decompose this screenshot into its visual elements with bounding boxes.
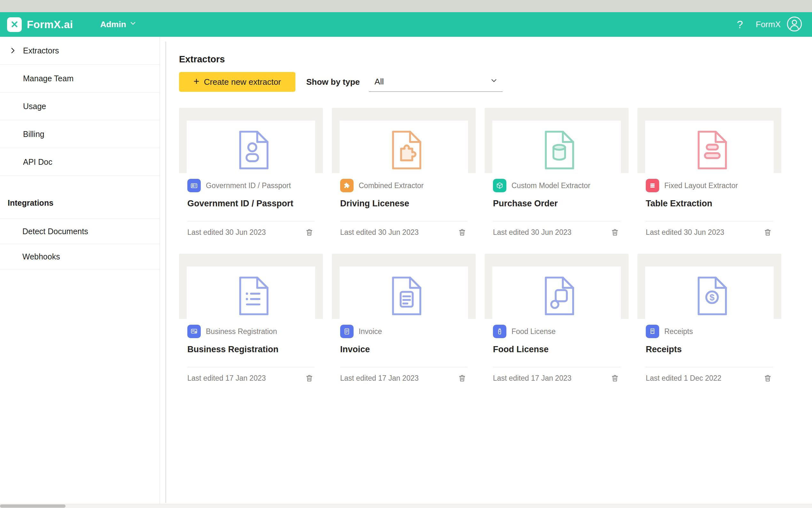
extractor-card-body: Government ID / Passport Government ID /… (179, 173, 323, 244)
help-button[interactable]: ? (737, 18, 743, 31)
puzzle-badge-icon (340, 179, 353, 192)
sidebar-item-label: Billing (23, 130, 44, 139)
extractor-thumbnail (485, 254, 628, 319)
sidebar-item-webhooks[interactable]: Webhooks (0, 244, 159, 269)
sidebar-item-label: Manage Team (23, 74, 74, 83)
extractor-type-label: Receipts (664, 327, 693, 336)
delete-extractor-button[interactable] (457, 373, 467, 384)
sidebar-item-billing[interactable]: Billing (0, 120, 159, 148)
database-document-icon (534, 128, 579, 172)
extractor-card-body: Custom Model Extractor Purchase Order La… (485, 173, 628, 244)
extractor-type-label: Business Registration (206, 327, 277, 336)
brand-name: FormX.ai (27, 18, 73, 31)
delete-extractor-button[interactable] (304, 227, 315, 238)
extractor-card-body: Fixed Layout Extractor Table Extraction … (637, 173, 781, 244)
trash-icon (763, 228, 772, 237)
page-title: Extractors (179, 54, 225, 65)
delete-extractor-button[interactable] (457, 227, 467, 238)
extractor-thumbnail (179, 254, 323, 319)
svg-text:$: $ (710, 292, 715, 302)
delete-extractor-button[interactable] (609, 373, 620, 384)
delete-extractor-button[interactable] (609, 227, 620, 238)
id-card-document-icon (229, 128, 273, 172)
extractor-card-body: Business Registration Business Registrat… (179, 319, 323, 389)
formx-logo-icon[interactable]: ✕ (7, 17, 22, 32)
last-edited-label: Last edited 30 Jun 2023 (646, 228, 724, 237)
extractor-title: Receipts (646, 344, 773, 354)
rows-badge-icon (646, 179, 659, 192)
extractor-card-body: Receipts Receipts Last edited 1 Dec 2022 (637, 319, 781, 389)
sidebar-item-label: Extractors (23, 46, 59, 55)
extractor-card-invoice[interactable]: Invoice Invoice Last edited 17 Jan 2023 (332, 254, 476, 389)
chevron-down-icon (490, 77, 498, 87)
chevron-down-icon (129, 19, 137, 30)
table-document-icon (687, 128, 732, 172)
sidebar-item-manage-team[interactable]: Manage Team (0, 65, 159, 92)
admin-menu[interactable]: Admin (100, 19, 137, 30)
sidebar-item-label: Usage (23, 102, 46, 111)
delete-extractor-button[interactable] (762, 227, 773, 238)
sidebar-item-extractors[interactable]: Extractors (0, 37, 159, 65)
extractor-card-food-license[interactable]: Food License Food License Last edited 17… (485, 254, 628, 389)
sidebar-item-usage[interactable]: Usage (0, 92, 159, 120)
toolbar: + Create new extractor Show by type All (179, 72, 503, 92)
receipt-document-icon: $ (687, 273, 732, 318)
horizontal-scrollbar-track[interactable] (0, 504, 812, 508)
extractor-grid: Government ID / Passport Government ID /… (179, 108, 781, 389)
horizontal-scrollbar-thumb[interactable] (0, 505, 65, 508)
admin-menu-label: Admin (100, 19, 126, 30)
receipt-badge-icon (646, 325, 659, 338)
extractor-thumbnail (332, 108, 476, 173)
puzzle-document-icon (381, 128, 426, 172)
extractor-thumbnail (485, 108, 628, 173)
chevron-right-icon (8, 46, 17, 55)
extractor-card-government-id[interactable]: Government ID / Passport Government ID /… (179, 108, 323, 244)
invoice-document-icon (381, 273, 426, 318)
extractor-type-label: Combined Extractor (359, 181, 424, 190)
trash-icon (611, 374, 619, 383)
sidebar-item-api-doc[interactable]: API Doc (0, 148, 159, 176)
last-edited-label: Last edited 17 Jan 2023 (493, 374, 572, 383)
extractor-card-driving-license[interactable]: Combined Extractor Driving Licenese Last… (332, 108, 476, 244)
extractor-type-label: Invoice (359, 327, 382, 336)
delete-extractor-button[interactable] (304, 373, 315, 384)
extractor-title: Invoice (340, 344, 467, 354)
extractor-title: Driving Licenese (340, 199, 467, 209)
id-card-badge-icon (187, 179, 201, 192)
sidebar-item-label: Webhooks (22, 252, 60, 261)
extractor-type-label: Custom Model Extractor (512, 181, 590, 190)
type-filter-value: All (375, 77, 384, 87)
last-edited-label: Last edited 30 Jun 2023 (493, 228, 572, 237)
list-document-icon (229, 273, 273, 318)
type-filter-dropdown[interactable]: All (369, 72, 503, 92)
content-scrollbar[interactable] (165, 42, 166, 503)
sidebar-item-detect-documents[interactable]: Detect Documents (0, 219, 159, 244)
extractor-card-body: Combined Extractor Driving Licenese Last… (332, 173, 476, 244)
extractor-card-business-registration[interactable]: Business Registration Business Registrat… (179, 254, 323, 389)
plus-icon: + (193, 76, 199, 87)
create-new-extractor-button[interactable]: + Create new extractor (179, 72, 295, 92)
sidebar-item-label: Detect Documents (22, 227, 88, 236)
extractor-type-label: Government ID / Passport (206, 181, 291, 190)
trash-icon (458, 228, 466, 237)
last-edited-label: Last edited 1 Dec 2022 (646, 374, 721, 383)
trash-icon (611, 228, 619, 237)
extractor-card-purchase-order[interactable]: Custom Model Extractor Purchase Order La… (485, 108, 628, 244)
last-edited-label: Last edited 30 Jun 2023 (187, 228, 266, 237)
extractor-title: Table Extraction (646, 199, 773, 209)
show-by-type-label: Show by type (306, 72, 360, 92)
extractor-type-label: Fixed Layout Extractor (664, 181, 738, 190)
bottle-badge-icon (493, 325, 507, 338)
last-edited-label: Last edited 30 Jun 2023 (340, 228, 419, 237)
extractor-card-body: Invoice Invoice Last edited 17 Jan 2023 (332, 319, 476, 389)
extractor-card-receipts[interactable]: $ Receipts Receipts Last edited 1 Dec 20… (637, 254, 781, 389)
trash-icon (458, 374, 466, 383)
delete-extractor-button[interactable] (762, 373, 773, 384)
extractor-thumbnail (637, 108, 781, 173)
last-edited-label: Last edited 17 Jan 2023 (187, 374, 266, 383)
account-menu[interactable]: FormX (756, 16, 802, 33)
extractor-card-table-extraction[interactable]: Fixed Layout Extractor Table Extraction … (637, 108, 781, 244)
create-button-label: Create new extractor (204, 77, 281, 87)
extractor-thumbnail (179, 108, 323, 173)
extractor-thumbnail: $ (637, 254, 781, 319)
